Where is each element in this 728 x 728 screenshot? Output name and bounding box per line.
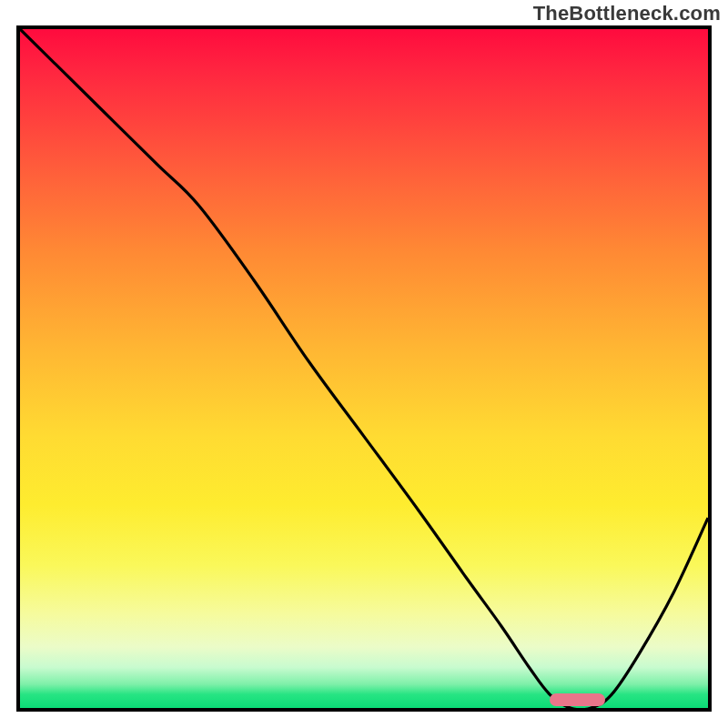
watermark-text: TheBottleneck.com (533, 2, 721, 25)
optimal-range-marker (550, 693, 604, 706)
chart-line-path (20, 29, 708, 708)
chart-line-svg (20, 29, 708, 708)
chart-frame (16, 25, 712, 712)
